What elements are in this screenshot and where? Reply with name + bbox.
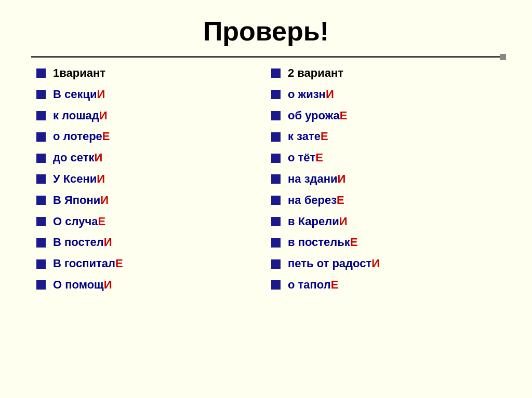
item-ending: И <box>326 88 334 101</box>
column-2: 2 вариант о жизнИ об урожаЕ к затеЕ о тё… <box>266 65 501 298</box>
item-text: о таполЕ <box>288 277 338 293</box>
bullet-icon <box>271 68 281 78</box>
item-text: петь от радостИ <box>288 256 380 272</box>
bullet-icon <box>36 68 46 78</box>
item-text: на березЕ <box>288 193 344 209</box>
list-item: О случаЕ <box>36 214 261 230</box>
item-base: В Япони <box>53 194 100 207</box>
bullet-icon <box>271 196 281 205</box>
item-base: до сетк <box>53 151 94 164</box>
list-item: на зданиИ <box>271 171 496 187</box>
item-text: О помощИ <box>53 277 112 293</box>
list-item: о таполЕ <box>271 277 496 293</box>
item-text: В постелИ <box>53 235 112 251</box>
item-base: петь от радост <box>288 257 371 270</box>
list-item: в КарелиИ <box>271 214 496 230</box>
list-item: о лотереЕ <box>36 129 261 145</box>
list-item: к затеЕ <box>271 129 496 145</box>
list-item: О помощИ <box>36 277 261 293</box>
item-text: к лошадИ <box>53 108 108 124</box>
item-text: о лотереЕ <box>53 129 110 145</box>
item-base: об урожа <box>288 109 340 122</box>
item-ending: Е <box>102 130 110 143</box>
list-item: В секциИ <box>36 87 261 103</box>
item-text: на зданиИ <box>288 171 345 187</box>
col2-header: 2 вариант <box>271 65 496 81</box>
list-item: на березЕ <box>271 193 496 209</box>
list-item: В госпиталЕ <box>36 256 261 272</box>
bullet-icon <box>271 238 281 248</box>
bullet-icon <box>36 280 46 290</box>
item-base: О помощ <box>53 278 104 291</box>
item-base: У Ксени <box>53 172 97 185</box>
column-1: 1вариант В секциИ к лошадИ о лотереЕ до … <box>31 65 266 298</box>
bullet-icon <box>271 280 281 290</box>
divider <box>31 56 501 58</box>
list-item: к лошадИ <box>36 108 261 124</box>
item-base: В секци <box>53 88 97 101</box>
item-base: в постельк <box>288 236 350 249</box>
list-item: о жизнИ <box>271 87 496 103</box>
col1-list: В секциИ к лошадИ о лотереЕ до сеткИ У К… <box>36 87 261 293</box>
item-text: об урожаЕ <box>288 108 347 124</box>
item-ending: Е <box>350 236 358 249</box>
item-ending: Е <box>98 215 105 228</box>
item-ending: И <box>338 172 346 185</box>
item-text: в постелькЕ <box>288 235 358 251</box>
item-ending: И <box>371 257 380 270</box>
item-ending: Е <box>115 257 123 270</box>
item-ending: И <box>100 194 109 207</box>
divider-accent <box>500 54 506 60</box>
item-text: В госпиталЕ <box>53 256 123 272</box>
item-ending: И <box>97 88 105 101</box>
col1-header: 1вариант <box>36 65 261 81</box>
item-text: к затеЕ <box>288 129 328 145</box>
list-item: петь от радостИ <box>271 256 496 272</box>
col2-list: о жизнИ об урожаЕ к затеЕ о тётЕ на здан… <box>271 87 496 293</box>
list-item: В ЯпониИ <box>36 193 261 209</box>
bullet-icon <box>271 90 281 99</box>
item-text: о тётЕ <box>288 150 323 166</box>
item-base: о лотере <box>53 130 102 143</box>
bullet-icon <box>271 154 281 163</box>
bullet-icon <box>36 90 46 99</box>
item-ending: И <box>104 236 112 249</box>
item-ending: Е <box>321 130 328 143</box>
item-base: на здани <box>288 172 338 185</box>
item-ending: Е <box>340 109 348 122</box>
list-item: У КсениИ <box>36 171 261 187</box>
item-text: в КарелиИ <box>288 214 348 230</box>
item-ending: Е <box>331 278 339 291</box>
item-base: на берез <box>288 194 337 207</box>
bullet-icon <box>36 154 46 163</box>
content-columns: 1вариант В секциИ к лошадИ о лотереЕ до … <box>31 65 501 298</box>
bullet-icon <box>271 174 281 184</box>
item-ending: И <box>104 278 112 291</box>
bullet-icon <box>271 132 281 142</box>
bullet-icon <box>271 259 281 269</box>
item-base: В госпитал <box>53 257 115 270</box>
item-base: о жизн <box>288 88 326 101</box>
item-base: о тапол <box>288 278 331 291</box>
item-ending: И <box>99 109 108 122</box>
page: Проверь! 1вариант В секциИ к лошадИ <box>0 0 532 398</box>
item-base: О случа <box>53 215 98 228</box>
item-base: в Карели <box>288 215 339 228</box>
item-ending: И <box>97 172 105 185</box>
bullet-icon <box>36 132 46 142</box>
item-text: В секциИ <box>53 87 105 103</box>
item-base: В постел <box>53 236 104 249</box>
list-item: в постелькЕ <box>271 235 496 251</box>
item-text: о жизнИ <box>288 87 334 103</box>
page-title: Проверь! <box>31 10 501 47</box>
item-base: к зате <box>288 130 321 143</box>
bullet-icon <box>36 174 46 184</box>
col2-header-text: 2 вариант <box>288 65 343 81</box>
item-text: У КсениИ <box>53 171 105 187</box>
list-item: до сеткИ <box>36 150 261 166</box>
bullet-icon <box>36 111 46 120</box>
bullet-icon <box>36 217 46 226</box>
item-ending: И <box>94 151 102 164</box>
list-item: В постелИ <box>36 235 261 251</box>
list-item: об урожаЕ <box>271 108 496 124</box>
